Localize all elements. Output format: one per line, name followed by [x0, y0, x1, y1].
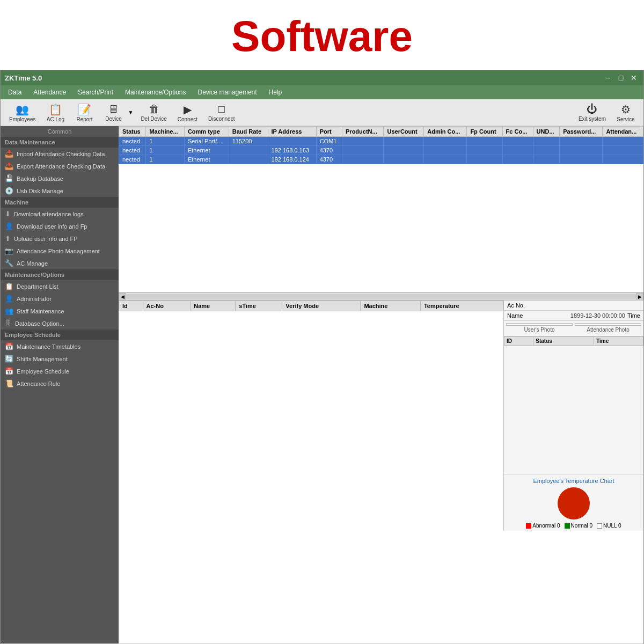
- cell-und: [533, 137, 560, 146]
- sidebar-item-staff-maintenance-label: Staff Maintenance: [17, 308, 64, 314]
- col-stime: sTime: [236, 301, 282, 311]
- table-row[interactable]: nected 1 Serial Port/... 115200 COM1: [119, 137, 643, 146]
- sidebar-item-download-user-label: Download user info and Fp: [17, 223, 87, 230]
- del-device-button[interactable]: 🗑 Del Device: [136, 102, 171, 123]
- toolbar: 👥 Employees 📋 AC Log 📝 Report 🖥 Device ▼…: [1, 99, 643, 126]
- device-table: Status Machine... Comm type Baud Rate IP…: [119, 126, 643, 164]
- sidebar-item-ac-manage[interactable]: 🔧 AC Manage: [1, 257, 119, 269]
- attendance-photo-label: Attendance Photo: [575, 326, 641, 334]
- menu-device-management[interactable]: Device management: [193, 87, 262, 98]
- page-title: Software: [231, 12, 413, 61]
- sidebar-item-ac-manage-label: AC Manage: [17, 260, 48, 267]
- scroll-left-arrow[interactable]: ◀: [119, 293, 126, 301]
- sidebar-item-attendance-photo-label: Attendance Photo Management: [17, 248, 100, 254]
- administrator-icon: 👤: [5, 295, 13, 303]
- menu-search-print[interactable]: Search/Print: [72, 87, 119, 98]
- usb-disk-icon: 💿: [5, 187, 13, 195]
- sidebar-item-maintenance-timetables-label: Maintenance Timetables: [17, 343, 80, 350]
- sidebar-item-upload-user[interactable]: ⬆ Upload user info and FP: [1, 232, 119, 245]
- maintenance-timetables-icon: 📅: [5, 342, 13, 350]
- sidebar-item-download-user[interactable]: 👤 Download user info and Fp: [1, 220, 119, 232]
- ac-log-label: AC Log: [47, 116, 64, 122]
- cell-product: [342, 155, 384, 164]
- app-name: ZKTime 5.0: [5, 74, 42, 82]
- temp-chart-donut: [558, 487, 590, 519]
- close-button[interactable]: ✕: [628, 72, 639, 83]
- maximize-button[interactable]: □: [616, 72, 626, 83]
- legend-normal: Normal 0: [565, 523, 593, 529]
- sidebar-item-staff-maintenance[interactable]: 👥 Staff Maintenance: [1, 305, 119, 317]
- sidebar-item-database-option[interactable]: 🗄 Database Option...: [1, 317, 119, 330]
- table-row[interactable]: nected 1 Ethernet 192.168.0.163 4370: [119, 146, 643, 155]
- cell-machine: 1: [146, 155, 185, 164]
- sidebar-item-database-option-label: Database Option...: [15, 320, 64, 327]
- cell-fp: [467, 146, 502, 155]
- cell-status: nected: [119, 155, 146, 164]
- sidebar-item-usb-disk[interactable]: 💿 Usb Disk Manage: [1, 185, 119, 197]
- sidebar-item-attendance-rule[interactable]: 📜 Attendance Rule: [1, 377, 119, 390]
- sidebar-item-backup-database[interactable]: 💾 Backup Database: [1, 172, 119, 185]
- device-dropdown-arrow[interactable]: ▼: [127, 109, 134, 115]
- sidebar-item-download-attendance[interactable]: ⬇ Download attendance logs: [1, 208, 119, 220]
- cell-baud: [229, 146, 268, 155]
- col-temperature: Temperature: [420, 301, 503, 311]
- menu-data[interactable]: Data: [3, 87, 27, 98]
- app-window: ZKTime 5.0 − □ ✕ Data Attendance Search/…: [0, 70, 644, 644]
- cell-fc: [502, 137, 533, 146]
- sidebar-item-shifts-management[interactable]: 🔄 Shifts Management: [1, 353, 119, 365]
- sidebar-item-upload-user-label: Upload user info and FP: [14, 236, 78, 242]
- employees-button[interactable]: 👥 Employees: [5, 102, 40, 123]
- exit-system-icon: ⏻: [587, 103, 597, 115]
- sidebar-item-employee-schedule[interactable]: 📅 Employee Schedule: [1, 365, 119, 377]
- cell-product: [342, 137, 384, 146]
- menu-maintenance-options[interactable]: Maintenance/Options: [120, 87, 191, 98]
- sidebar-item-department-list[interactable]: 📋 Department List: [1, 280, 119, 292]
- cell-product: [342, 146, 384, 155]
- sidebar-item-import-attendance[interactable]: 📥 Import Attendance Checking Data: [1, 148, 119, 160]
- report-label: Report: [76, 116, 92, 122]
- menu-attendance[interactable]: Attendance: [28, 87, 71, 98]
- disconnect-button[interactable]: □ Disconnect: [204, 102, 239, 123]
- col-status: Status: [119, 127, 146, 137]
- sidebar-item-administrator[interactable]: 👤 Administrator: [1, 292, 119, 305]
- connect-button[interactable]: ▶ Connect: [173, 102, 202, 123]
- device-grid[interactable]: Status Machine... Comm type Baud Rate IP…: [119, 126, 643, 292]
- cell-port: 4370: [316, 146, 342, 155]
- minimize-button[interactable]: −: [603, 72, 613, 83]
- sidebar-item-usb-disk-label: Usb Disk Manage: [17, 188, 63, 194]
- cell-attendan: [603, 155, 643, 164]
- id-status-table-container[interactable]: ID Status Time: [504, 336, 643, 474]
- device-button[interactable]: 🖥 Device: [100, 102, 127, 123]
- sidebar-item-export-attendance[interactable]: 📤 Export Attendance Checking Data: [1, 160, 119, 172]
- sidebar-item-employee-schedule-label: Employee Schedule: [17, 368, 69, 375]
- abnormal-dot: [526, 523, 531, 529]
- scroll-track[interactable]: [126, 294, 636, 299]
- import-attendance-icon: 📥: [5, 150, 13, 158]
- horizontal-scrollbar[interactable]: ◀ ▶: [119, 292, 643, 300]
- sidebar-item-attendance-photo[interactable]: 📷 Attendance Photo Management: [1, 245, 119, 257]
- col-password: Password...: [560, 127, 603, 137]
- side-panel: Ac No. Name Time 1899-12-30 00:00:00 Use…: [504, 301, 643, 531]
- sidebar-item-department-list-label: Department List: [17, 283, 58, 290]
- device-icon: 🖥: [108, 103, 119, 115]
- col-fp: Fp Count: [467, 127, 502, 137]
- attendance-table: Id Ac-No Name sTime Verify Mode Machine …: [119, 301, 503, 311]
- attendance-grid[interactable]: Id Ac-No Name sTime Verify Mode Machine …: [119, 301, 504, 531]
- ac-log-button[interactable]: 📋 AC Log: [42, 102, 69, 123]
- exit-system-button[interactable]: ⏻ Exit system: [574, 102, 610, 123]
- sidebar-item-maintenance-timetables[interactable]: 📅 Maintenance Timetables: [1, 340, 119, 353]
- download-attendance-icon: ⬇: [5, 210, 11, 218]
- scroll-right-arrow[interactable]: ▶: [636, 293, 643, 301]
- upload-user-icon: ⬆: [5, 235, 11, 243]
- report-button[interactable]: 📝 Report: [71, 102, 98, 123]
- connect-label: Connect: [178, 116, 197, 122]
- menu-bar: Data Attendance Search/Print Maintenance…: [1, 85, 643, 99]
- report-icon: 📝: [78, 103, 91, 116]
- service-button[interactable]: ⚙ Service: [612, 102, 639, 123]
- cell-und: [533, 146, 560, 155]
- cell-usercount: [384, 155, 424, 164]
- photos-row: User's Photo Attendance Photo: [504, 321, 643, 336]
- panel-name-row: Name Time 1899-12-30 00:00:00: [504, 311, 643, 321]
- table-row[interactable]: nected 1 Ethernet 192.168.0.124 4370: [119, 155, 643, 164]
- menu-help[interactable]: Help: [264, 87, 288, 98]
